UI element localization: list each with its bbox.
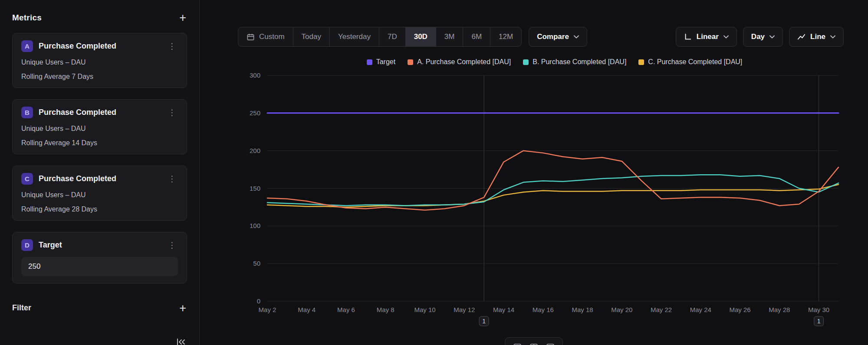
x-tick-label: May 10	[414, 306, 435, 313]
x-tick-label: May 6	[337, 306, 355, 313]
metrics-line-chart[interactable]: 050100150200250300May 2May 4May 6May 8Ma…	[224, 68, 844, 330]
legend-swatch-icon	[408, 59, 413, 65]
legend-swatch-icon	[367, 59, 372, 65]
add-filter-button[interactable]: +	[178, 304, 187, 312]
legend-label: C. Purchase Completed [DAU]	[648, 58, 742, 66]
metric-measure[interactable]: Unique Users – DAU	[21, 191, 178, 199]
legend-item[interactable]: C. Purchase Completed [DAU]	[638, 58, 742, 66]
x-tick-label: May 30	[808, 306, 829, 313]
metric-measure[interactable]: Unique Users – DAU	[21, 58, 178, 66]
chart-main-area: Custom Today Yesterday 7D 30D 3M 6M 12M …	[200, 0, 868, 345]
chart-legend: TargetA. Purchase Completed [DAU]B. Purc…	[224, 58, 844, 66]
metric-measure[interactable]: Unique Users – DAU	[21, 124, 178, 133]
y-tick-label: 250	[250, 109, 260, 117]
x-tick-label: May 2	[259, 306, 276, 313]
x-tick-label: May 20	[611, 306, 632, 313]
legend-swatch-icon	[638, 59, 644, 65]
series-line	[267, 185, 838, 207]
range-custom-button[interactable]: Custom	[238, 27, 293, 46]
linear-axis-icon	[684, 33, 692, 41]
metric-rolling-average[interactable]: Rolling Average 7 Days	[21, 72, 178, 81]
add-metric-button[interactable]: +	[178, 13, 187, 22]
filter-title: Filter	[12, 303, 31, 312]
legend-swatch-icon	[523, 59, 529, 65]
target-title: Target	[39, 241, 161, 250]
granularity-label: Day	[751, 33, 765, 41]
legend-item[interactable]: A. Purchase Completed [DAU]	[408, 58, 511, 66]
metric-rolling-average[interactable]: Rolling Average 28 Days	[21, 205, 178, 213]
x-tick-label: May 4	[298, 306, 316, 313]
range-label: 12M	[499, 33, 513, 41]
y-tick-label: 50	[253, 260, 260, 267]
y-tick-label: 200	[250, 147, 260, 154]
calendar-icon	[247, 33, 255, 41]
line-chart-icon	[797, 33, 806, 41]
range-12m-button[interactable]: 12M	[490, 27, 521, 46]
range-label: Yesterday	[338, 33, 371, 41]
metric-head: C Purchase Completed ⋮	[21, 173, 178, 185]
annotation-badge[interactable]: 1	[479, 316, 489, 326]
compare-button[interactable]: Compare	[529, 27, 587, 47]
kebab-menu-icon[interactable]: ⋮	[166, 107, 178, 117]
metric-title: Purchase Completed	[39, 42, 161, 51]
legend-item[interactable]: B. Purchase Completed [DAU]	[523, 58, 626, 66]
chart-card-small-icon[interactable]	[513, 343, 522, 345]
chevron-down-icon	[830, 35, 835, 39]
x-tick-label: May 8	[377, 306, 395, 313]
chart-card-medium-icon[interactable]	[529, 343, 538, 345]
range-yesterday-button[interactable]: Yesterday	[330, 27, 379, 46]
metrics-header: Metrics +	[12, 13, 187, 23]
metric-card-a[interactable]: A Purchase Completed ⋮ Unique Users – DA…	[12, 33, 187, 88]
range-label: 7D	[388, 33, 397, 41]
metric-badge: D	[21, 239, 33, 251]
range-3m-button[interactable]: 3M	[436, 27, 464, 46]
scale-label: Linear	[697, 33, 719, 41]
filter-header: Filter +	[12, 303, 187, 312]
range-30d-button[interactable]: 30D	[406, 27, 436, 46]
target-card[interactable]: D Target ⋮	[12, 232, 187, 283]
legend-item[interactable]: Target	[367, 58, 395, 66]
x-tick-label: May 28	[769, 306, 790, 313]
metric-badge: B	[21, 107, 33, 118]
compare-label: Compare	[537, 33, 569, 41]
legend-label: A. Purchase Completed [DAU]	[417, 58, 511, 66]
range-6m-button[interactable]: 6M	[463, 27, 490, 46]
metric-head: D Target ⋮	[21, 239, 178, 251]
x-tick-label: May 24	[690, 306, 711, 313]
metric-head: A Purchase Completed ⋮	[21, 40, 178, 52]
bottom-toolbar	[505, 337, 563, 345]
annotation-badge[interactable]: 1	[814, 316, 824, 326]
metric-card-b[interactable]: B Purchase Completed ⋮ Unique Users – DA…	[12, 99, 187, 154]
range-today-button[interactable]: Today	[293, 27, 330, 46]
chart-display-controls: Linear Day Line	[676, 27, 844, 47]
y-tick-label: 150	[250, 185, 260, 192]
date-range-segmented-control: Custom Today Yesterday 7D 30D 3M 6M 12M	[238, 27, 522, 47]
metrics-title: Metrics	[12, 13, 42, 23]
scale-selector-button[interactable]: Linear	[676, 27, 737, 47]
kebab-menu-icon[interactable]: ⋮	[166, 174, 178, 184]
x-tick-label: May 12	[454, 306, 475, 313]
x-tick-label: May 26	[730, 306, 751, 313]
kebab-menu-icon[interactable]: ⋮	[166, 41, 178, 51]
legend-label: B. Purchase Completed [DAU]	[533, 58, 626, 66]
series-line	[267, 151, 838, 210]
x-tick-label: May 18	[572, 306, 593, 313]
range-label: 6M	[471, 33, 482, 41]
kebab-menu-icon[interactable]: ⋮	[166, 240, 178, 250]
metric-title: Purchase Completed	[39, 108, 161, 117]
granularity-selector-button[interactable]: Day	[743, 27, 783, 47]
svg-text:1: 1	[482, 318, 486, 325]
target-value-input[interactable]	[21, 257, 178, 276]
chart-toolbar: Custom Today Yesterday 7D 30D 3M 6M 12M …	[224, 27, 844, 47]
metric-card-c[interactable]: C Purchase Completed ⋮ Unique Users – DA…	[12, 166, 187, 221]
collapse-sidebar-icon[interactable]	[176, 337, 186, 345]
x-tick-label: May 22	[651, 306, 672, 313]
metric-title: Purchase Completed	[39, 174, 161, 183]
range-7d-button[interactable]: 7D	[379, 27, 406, 46]
metric-badge: C	[21, 173, 33, 185]
app-window: Metrics + A Purchase Completed ⋮ Unique …	[0, 0, 868, 345]
metric-rolling-average[interactable]: Rolling Average 14 Days	[21, 139, 178, 147]
chart-type-selector-button[interactable]: Line	[789, 27, 844, 47]
chart-card-large-icon[interactable]	[546, 343, 555, 345]
chart-container: 050100150200250300May 2May 4May 6May 8Ma…	[224, 68, 844, 332]
